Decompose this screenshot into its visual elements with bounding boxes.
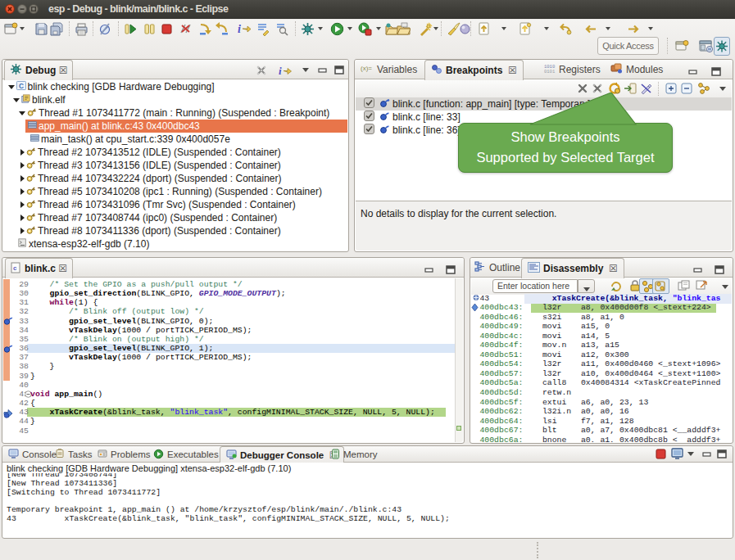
svg-text:c: c [13,264,17,272]
svg-text:i: i [279,65,282,76]
svg-text:C: C [18,82,23,90]
svg-text:(x)=: (x)= [361,65,372,72]
svg-text:0101: 0101 [544,69,556,75]
svg-text:i: i [238,23,241,35]
